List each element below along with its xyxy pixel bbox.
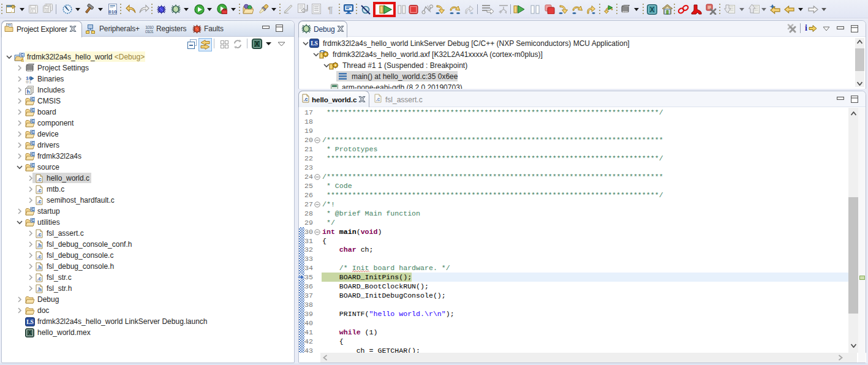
svg-text:C: C — [31, 207, 34, 211]
svg-text:C: C — [31, 163, 34, 167]
svg-text:LS: LS — [26, 319, 34, 325]
svg-text:C: C — [31, 130, 34, 134]
svg-text:.c: .c — [37, 176, 41, 182]
svg-text:C: C — [31, 218, 34, 222]
svg-text:X: X — [28, 329, 32, 336]
svg-text:C: C — [31, 108, 34, 112]
svg-text:C: C — [31, 141, 34, 145]
svg-text:.c: .c — [37, 231, 41, 238]
svg-text:h: h — [26, 89, 29, 95]
svg-text:C: C — [31, 119, 34, 123]
svg-text:S: S — [21, 58, 24, 62]
svg-text:.c: .c — [37, 254, 41, 260]
svg-text:.c: .c — [37, 198, 41, 205]
svg-text:.c: .c — [376, 96, 380, 102]
svg-text:.h: .h — [37, 265, 42, 271]
svg-text:0101: 0101 — [145, 29, 154, 34]
svg-text:010: 010 — [108, 9, 117, 15]
svg-text:.c: .c — [37, 187, 41, 194]
svg-text:LS: LS — [311, 40, 318, 47]
svg-text:X: X — [254, 40, 259, 48]
svg-text:.h: .h — [37, 243, 42, 249]
svg-text:.c: .c — [37, 276, 41, 282]
svg-text:.h: .h — [37, 287, 42, 293]
svg-text:C: C — [31, 97, 34, 101]
svg-text:.c: .c — [303, 96, 308, 102]
svg-text:C: C — [20, 53, 23, 57]
svg-text:C: C — [31, 152, 34, 156]
svg-text:X: X — [649, 6, 654, 14]
